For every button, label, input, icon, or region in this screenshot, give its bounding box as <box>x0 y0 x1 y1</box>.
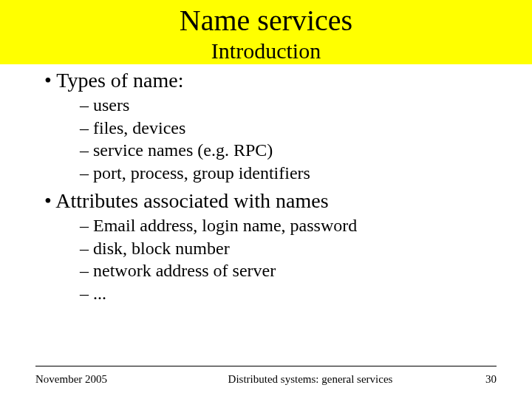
sub-list: – users – files, devices – service names… <box>80 94 488 185</box>
bullet-text: Attributes associated with names <box>55 189 328 212</box>
bullet-mark-icon: • <box>44 69 52 92</box>
dash-mark-icon: – <box>80 239 89 258</box>
bullet-item: • Attributes associated with names <box>44 189 488 213</box>
dash-mark-icon: – <box>80 284 89 303</box>
footer-course: Distributed systems: general services <box>168 373 452 386</box>
sub-text: port, process, group identifiers <box>93 163 310 183</box>
slide-footer: November 2005 Distributed systems: gener… <box>35 373 497 386</box>
footer-date: November 2005 <box>35 373 168 386</box>
bullet-item: • Types of name: <box>44 69 488 92</box>
dash-mark-icon: – <box>80 140 89 160</box>
sub-item: – Email address, login name, password <box>80 214 488 237</box>
sub-item: – ... <box>80 282 488 305</box>
dash-mark-icon: – <box>80 118 89 137</box>
sub-item: – port, process, group identifiers <box>80 162 488 185</box>
footer-page: 30 <box>452 373 497 386</box>
sub-text: disk, block number <box>93 239 230 258</box>
sub-text: service names (e.g. RPC) <box>93 140 273 160</box>
footer-divider <box>35 366 497 366</box>
sub-text: users <box>93 95 129 115</box>
bullet-text: Types of name: <box>56 69 183 92</box>
slide-subtitle: Introduction <box>0 38 532 63</box>
dash-mark-icon: – <box>80 261 89 280</box>
sub-item: – disk, block number <box>80 237 488 260</box>
dash-mark-icon: – <box>80 163 89 183</box>
sub-text: Email address, login name, password <box>93 216 357 235</box>
sub-item: – network address of server <box>80 259 488 282</box>
sub-text: network address of server <box>93 261 276 280</box>
sub-text: ... <box>93 284 106 303</box>
sub-text: files, devices <box>93 118 185 137</box>
bullet-mark-icon: • <box>44 189 52 212</box>
sub-item: – users <box>80 94 488 117</box>
sub-list: – Email address, login name, password – … <box>80 214 488 305</box>
slide-title: Name services <box>0 4 532 37</box>
header-band: Name services Introduction <box>0 0 532 64</box>
slide-body: • Types of name: – users – files, device… <box>0 64 532 305</box>
sub-item: – files, devices <box>80 117 488 140</box>
sub-item: – service names (e.g. RPC) <box>80 139 488 162</box>
dash-mark-icon: – <box>80 95 89 115</box>
dash-mark-icon: – <box>80 216 89 235</box>
